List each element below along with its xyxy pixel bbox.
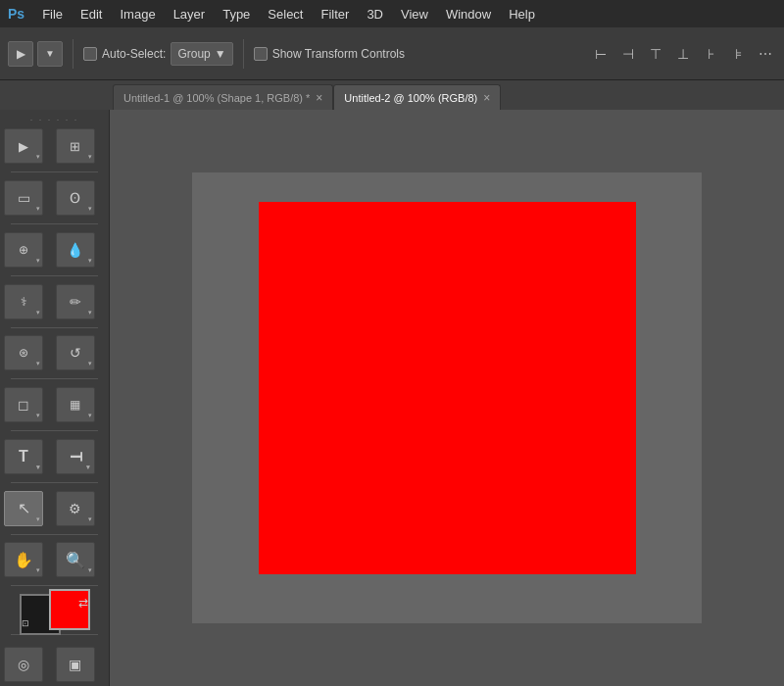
menu-help[interactable]: Help [501,3,543,25]
swap-colors-icon[interactable]: ⇄ [78,596,88,610]
tab-untitled-2[interactable]: Untitled-2 @ 100% (RGB/8) × [333,84,501,110]
align-left-icon[interactable]: ⊢ [590,43,612,65]
transform-label: Show Transform Controls [272,47,405,61]
tools-sep-4 [11,327,98,328]
menu-3d[interactable]: 3D [359,3,391,25]
extras-icon[interactable]: ⋯ [755,43,776,65]
canvas-document[interactable] [192,172,702,623]
ps-logo: Ps [8,6,24,22]
pen-btn[interactable]: ⚙ ▾ [56,491,95,526]
eraser-btn[interactable]: ◻ ▾ [4,387,43,422]
distribute-left-icon[interactable]: ⊥ [672,43,694,65]
arrow-left-btn[interactable]: ▶ [8,41,33,67]
corner-arrow: ▾ [88,412,92,419]
quick-mask-btn[interactable]: ◎ [4,647,43,682]
corner-arrow: ▾ [88,566,92,574]
corner-arrow: ▾ [36,412,40,419]
sep-2 [243,39,244,69]
color-swatch-area: ⇄ ⊡ [20,594,90,630]
menu-type[interactable]: Type [215,3,258,25]
menu-view[interactable]: View [393,3,436,25]
corner-arrow: ▾ [36,360,40,368]
tools-sep-3 [11,275,98,276]
auto-select-group: Auto-Select: Group ▼ [83,42,233,66]
corner-arrow: ▾ [36,205,40,213]
align-right-icon[interactable]: ⊤ [645,43,666,65]
tools-sep-6 [11,430,98,431]
menu-bar: Ps File Edit Image Layer Type Select Fil… [0,0,784,27]
menu-layer[interactable]: Layer [166,3,214,25]
crop-btn[interactable]: ⊕ ▾ [4,232,43,268]
corner-arrow: ▾ [88,153,92,161]
eyedropper-btn[interactable]: 💧 ▾ [56,232,95,268]
distribute-center-icon[interactable]: ⊦ [700,43,721,65]
corner-arrow: ▾ [88,257,92,265]
tools-section-type: T ▾ T ▾ [0,435,109,478]
zoom-btn[interactable]: 🔍 ▾ [56,542,95,577]
corner-arrow: ▾ [36,257,40,265]
tools-section-hand: ✋ ▾ 🔍 ▾ [0,538,109,581]
bottom-tools: ◎ ▣ [0,643,109,686]
move-options: ▶ ▼ [8,41,63,67]
history-btn[interactable]: ↺ ▾ [56,335,95,370]
corner-arrow: ▾ [88,360,92,368]
sidebar: · · · · · · ▶ ▾ ⊞ ▾ ▭ ▾ ʘ ▾ ⊕ ▾ 💧 [0,110,110,686]
corner-arrow: ▾ [88,309,92,317]
artboard-tool-btn[interactable]: ⊞ ▾ [56,128,95,164]
transform-checkbox[interactable] [254,47,268,61]
gradient-btn[interactable]: ▦ ▾ [56,387,95,422]
type-vert-btn[interactable]: T ▾ [56,439,95,474]
corner-arrow: ▾ [36,464,40,471]
type-btn[interactable]: T ▾ [4,439,43,474]
tools-sep-9 [11,585,98,586]
tools-section-5: ⊛ ▾ ↺ ▾ [0,331,109,374]
toolbar: ▶ ▼ Auto-Select: Group ▼ Show Transform … [0,27,784,80]
corner-arrow: ▾ [36,309,40,317]
reset-colors-icon[interactable]: ⊡ [22,618,29,628]
menu-window[interactable]: Window [438,3,499,25]
distribute-right-icon[interactable]: ⊧ [727,43,749,65]
menu-image[interactable]: Image [112,3,163,25]
ruler: · · · · · · [0,114,109,124]
move-tool-btn[interactable]: ▶ ▾ [4,128,43,164]
tab-close-1[interactable]: × [316,91,322,105]
tools-section-path: ↖ ▾ ⚙ ▾ [0,487,109,530]
menu-edit[interactable]: Edit [73,3,110,25]
group-dropdown[interactable]: Group ▼ [171,42,232,66]
toolbar-right-icons: ⊢ ⊣ ⊤ ⊥ ⊦ ⊧ ⋯ [590,43,776,65]
hand-btn[interactable]: ✋ ▾ [4,542,43,577]
corner-arrow: ▾ [36,566,40,574]
stamp-btn[interactable]: ⊛ ▾ [4,335,43,370]
screen-mode-btn[interactable]: ▣ [56,647,95,682]
menu-file[interactable]: File [34,3,71,25]
main-layout: · · · · · · ▶ ▾ ⊞ ▾ ▭ ▾ ʘ ▾ ⊕ ▾ 💧 [0,110,784,686]
rect-select-btn[interactable]: ▭ ▾ [4,180,43,216]
corner-arrow: ▾ [36,153,40,161]
tools-section-4: ⚕ ▾ ✏ ▾ [0,280,109,323]
menu-select[interactable]: Select [260,3,311,25]
brush-btn[interactable]: ✏ ▾ [56,284,95,319]
corner-arrow: ▾ [88,515,92,523]
chevron-down-icon: ▼ [215,47,226,61]
sep-1 [73,39,74,69]
path-select-btn[interactable]: ↖ ▾ [4,491,43,526]
tools-section-1: ▶ ▾ ⊞ ▾ [0,124,109,168]
tabs-bar: Untitled-1 @ 100% (Shape 1, RGB/8) * × U… [0,80,784,110]
tools-section-2: ▭ ▾ ʘ ▾ [0,176,109,220]
tools-sep-5 [11,378,98,379]
transform-controls-group: Show Transform Controls [254,47,405,61]
tools-sep-2 [11,223,98,224]
auto-select-checkbox[interactable] [83,47,97,61]
heal-btn[interactable]: ⚕ ▾ [4,284,43,319]
tab-untitled-1[interactable]: Untitled-1 @ 100% (Shape 1, RGB/8) * × [113,84,333,110]
lasso-btn[interactable]: ʘ ▾ [56,180,95,216]
tools-sep-8 [11,534,98,535]
tools-section-3: ⊕ ▾ 💧 ▾ [0,228,109,271]
align-center-v-icon[interactable]: ⊣ [617,43,639,65]
auto-select-label: Auto-Select: [102,47,166,61]
tab-close-2[interactable]: × [483,91,490,105]
arrow-down-btn[interactable]: ▼ [37,41,63,67]
menu-filter[interactable]: Filter [313,3,357,25]
red-rectangle-shape [259,202,636,574]
corner-arrow: ▾ [88,205,92,213]
